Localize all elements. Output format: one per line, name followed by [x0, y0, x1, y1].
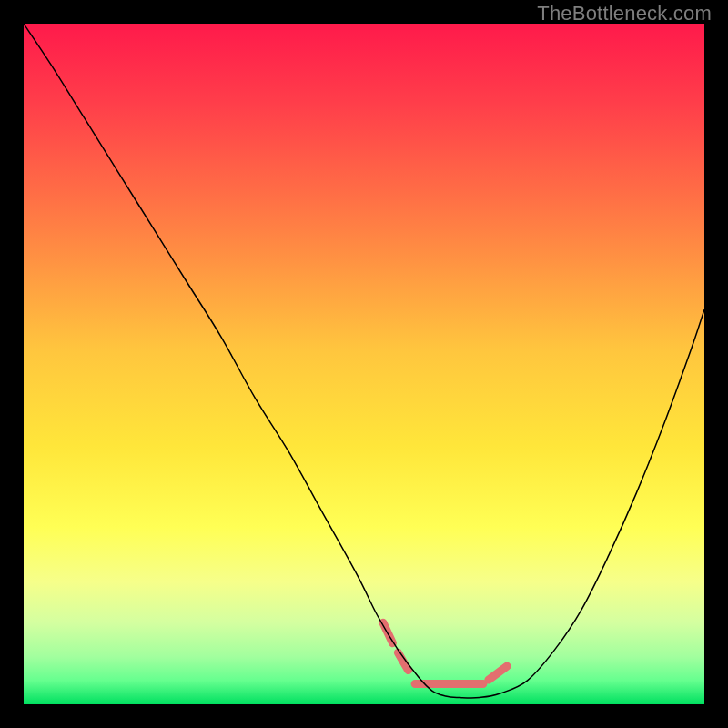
bottleneck-curve — [24, 24, 704, 698]
plot-area — [24, 24, 704, 704]
outer-frame: TheBottleneck.com — [0, 0, 728, 728]
curve-layer — [24, 24, 704, 704]
watermark-text: TheBottleneck.com — [537, 2, 712, 25]
flat-region-marker — [383, 622, 507, 683]
marker-segment — [489, 666, 507, 680]
